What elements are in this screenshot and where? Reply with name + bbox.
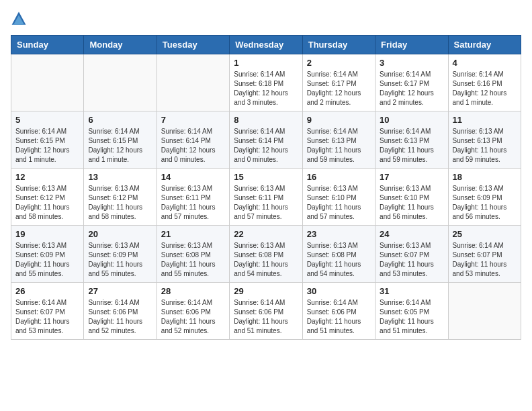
day-number: 8 <box>234 115 298 125</box>
calendar-cell: 7Sunrise: 6:14 AM Sunset: 6:14 PM Daylig… <box>157 111 229 169</box>
week-row-4: 19Sunrise: 6:13 AM Sunset: 6:09 PM Dayli… <box>11 226 521 283</box>
weekday-monday: Monday <box>84 36 157 54</box>
calendar-cell: 20Sunrise: 6:13 AM Sunset: 6:09 PM Dayli… <box>84 226 157 283</box>
calendar-cell: 19Sunrise: 6:13 AM Sunset: 6:09 PM Dayli… <box>11 226 84 283</box>
day-number: 9 <box>307 115 371 125</box>
day-number: 25 <box>453 229 517 239</box>
day-number: 29 <box>234 286 298 296</box>
day-info: Sunrise: 6:14 AM Sunset: 6:17 PM Dayligh… <box>307 70 371 107</box>
day-info: Sunrise: 6:13 AM Sunset: 6:08 PM Dayligh… <box>234 241 298 279</box>
day-info: Sunrise: 6:13 AM Sunset: 6:08 PM Dayligh… <box>161 241 225 279</box>
calendar-cell <box>448 283 521 340</box>
calendar-cell: 13Sunrise: 6:13 AM Sunset: 6:12 PM Dayli… <box>84 169 157 226</box>
calendar-cell: 31Sunrise: 6:14 AM Sunset: 6:05 PM Dayli… <box>375 283 448 340</box>
weekday-header-row: SundayMondayTuesdayWednesdayThursdayFrid… <box>11 36 521 54</box>
day-info: Sunrise: 6:14 AM Sunset: 6:14 PM Dayligh… <box>234 127 298 165</box>
day-info: Sunrise: 6:13 AM Sunset: 6:11 PM Dayligh… <box>161 184 225 222</box>
day-number: 17 <box>380 172 443 182</box>
calendar-cell: 16Sunrise: 6:13 AM Sunset: 6:10 PM Dayli… <box>302 169 375 226</box>
calendar-cell: 3Sunrise: 6:14 AM Sunset: 6:17 PM Daylig… <box>375 54 448 111</box>
day-number: 15 <box>234 172 298 182</box>
day-number: 24 <box>380 229 443 239</box>
weekday-friday: Friday <box>375 36 448 54</box>
calendar-cell: 8Sunrise: 6:14 AM Sunset: 6:14 PM Daylig… <box>230 111 302 169</box>
weekday-saturday: Saturday <box>448 36 521 54</box>
day-number: 11 <box>453 115 517 125</box>
calendar-cell: 21Sunrise: 6:13 AM Sunset: 6:08 PM Dayli… <box>157 226 229 283</box>
day-number: 1 <box>234 58 298 68</box>
week-row-3: 12Sunrise: 6:13 AM Sunset: 6:12 PM Dayli… <box>11 169 521 226</box>
day-number: 27 <box>88 286 152 296</box>
day-info: Sunrise: 6:14 AM Sunset: 6:13 PM Dayligh… <box>380 127 443 165</box>
day-info: Sunrise: 6:13 AM Sunset: 6:08 PM Dayligh… <box>307 241 371 279</box>
day-info: Sunrise: 6:13 AM Sunset: 6:10 PM Dayligh… <box>380 184 443 222</box>
day-number: 13 <box>88 172 152 182</box>
day-number: 12 <box>15 172 79 182</box>
day-number: 4 <box>453 58 517 68</box>
day-number: 19 <box>15 229 79 239</box>
calendar-cell: 29Sunrise: 6:14 AM Sunset: 6:06 PM Dayli… <box>230 283 302 340</box>
calendar-table: SundayMondayTuesdayWednesdayThursdayFrid… <box>11 35 521 340</box>
calendar-cell: 22Sunrise: 6:13 AM Sunset: 6:08 PM Dayli… <box>230 226 302 283</box>
calendar-cell <box>84 54 157 111</box>
day-info: Sunrise: 6:13 AM Sunset: 6:09 PM Dayligh… <box>15 241 79 279</box>
calendar-cell: 27Sunrise: 6:14 AM Sunset: 6:06 PM Dayli… <box>84 283 157 340</box>
day-info: Sunrise: 6:14 AM Sunset: 6:16 PM Dayligh… <box>453 70 517 107</box>
calendar-cell: 4Sunrise: 6:14 AM Sunset: 6:16 PM Daylig… <box>448 54 521 111</box>
day-info: Sunrise: 6:14 AM Sunset: 6:15 PM Dayligh… <box>88 127 152 165</box>
calendar-cell: 10Sunrise: 6:14 AM Sunset: 6:13 PM Dayli… <box>375 111 448 169</box>
week-row-2: 5Sunrise: 6:14 AM Sunset: 6:15 PM Daylig… <box>11 111 521 169</box>
weekday-thursday: Thursday <box>302 36 375 54</box>
day-info: Sunrise: 6:14 AM Sunset: 6:06 PM Dayligh… <box>307 298 371 336</box>
day-info: Sunrise: 6:14 AM Sunset: 6:13 PM Dayligh… <box>307 127 371 165</box>
calendar-cell: 28Sunrise: 6:14 AM Sunset: 6:06 PM Dayli… <box>157 283 229 340</box>
calendar-cell: 11Sunrise: 6:13 AM Sunset: 6:13 PM Dayli… <box>448 111 521 169</box>
day-info: Sunrise: 6:14 AM Sunset: 6:07 PM Dayligh… <box>453 241 517 279</box>
day-info: Sunrise: 6:14 AM Sunset: 6:06 PM Dayligh… <box>161 298 225 336</box>
page-header <box>11 11 521 27</box>
day-number: 6 <box>88 115 152 125</box>
calendar-cell: 18Sunrise: 6:13 AM Sunset: 6:09 PM Dayli… <box>448 169 521 226</box>
calendar-cell: 17Sunrise: 6:13 AM Sunset: 6:10 PM Dayli… <box>375 169 448 226</box>
day-number: 23 <box>307 229 371 239</box>
day-number: 16 <box>307 172 371 182</box>
day-info: Sunrise: 6:14 AM Sunset: 6:06 PM Dayligh… <box>234 298 298 336</box>
day-number: 14 <box>161 172 225 182</box>
day-info: Sunrise: 6:13 AM Sunset: 6:09 PM Dayligh… <box>88 241 152 279</box>
day-info: Sunrise: 6:13 AM Sunset: 6:13 PM Dayligh… <box>453 127 517 165</box>
day-number: 7 <box>161 115 225 125</box>
calendar-cell: 2Sunrise: 6:14 AM Sunset: 6:17 PM Daylig… <box>302 54 375 111</box>
day-info: Sunrise: 6:14 AM Sunset: 6:07 PM Dayligh… <box>15 298 79 336</box>
calendar-cell <box>157 54 229 111</box>
calendar-cell: 15Sunrise: 6:13 AM Sunset: 6:11 PM Dayli… <box>230 169 302 226</box>
calendar-cell: 24Sunrise: 6:13 AM Sunset: 6:07 PM Dayli… <box>375 226 448 283</box>
day-info: Sunrise: 6:13 AM Sunset: 6:07 PM Dayligh… <box>380 241 443 279</box>
day-number: 2 <box>307 58 371 68</box>
day-info: Sunrise: 6:14 AM Sunset: 6:15 PM Dayligh… <box>15 127 79 165</box>
calendar-cell <box>11 54 84 111</box>
day-number: 31 <box>380 286 443 296</box>
day-info: Sunrise: 6:14 AM Sunset: 6:05 PM Dayligh… <box>380 298 443 336</box>
day-info: Sunrise: 6:13 AM Sunset: 6:11 PM Dayligh… <box>234 184 298 222</box>
day-number: 22 <box>234 229 298 239</box>
logo-icon <box>11 11 27 27</box>
calendar-cell: 25Sunrise: 6:14 AM Sunset: 6:07 PM Dayli… <box>448 226 521 283</box>
logo <box>11 11 30 27</box>
calendar-cell: 5Sunrise: 6:14 AM Sunset: 6:15 PM Daylig… <box>11 111 84 169</box>
calendar-cell: 9Sunrise: 6:14 AM Sunset: 6:13 PM Daylig… <box>302 111 375 169</box>
day-number: 20 <box>88 229 152 239</box>
calendar-cell: 30Sunrise: 6:14 AM Sunset: 6:06 PM Dayli… <box>302 283 375 340</box>
day-number: 26 <box>15 286 79 296</box>
day-info: Sunrise: 6:14 AM Sunset: 6:06 PM Dayligh… <box>88 298 152 336</box>
day-number: 18 <box>453 172 517 182</box>
calendar-cell: 23Sunrise: 6:13 AM Sunset: 6:08 PM Dayli… <box>302 226 375 283</box>
calendar-cell: 14Sunrise: 6:13 AM Sunset: 6:11 PM Dayli… <box>157 169 229 226</box>
week-row-1: 1Sunrise: 6:14 AM Sunset: 6:18 PM Daylig… <box>11 54 521 111</box>
day-info: Sunrise: 6:13 AM Sunset: 6:12 PM Dayligh… <box>88 184 152 222</box>
day-info: Sunrise: 6:13 AM Sunset: 6:12 PM Dayligh… <box>15 184 79 222</box>
weekday-sunday: Sunday <box>11 36 84 54</box>
weekday-tuesday: Tuesday <box>157 36 229 54</box>
day-info: Sunrise: 6:14 AM Sunset: 6:14 PM Dayligh… <box>161 127 225 165</box>
day-number: 30 <box>307 286 371 296</box>
day-number: 10 <box>380 115 443 125</box>
